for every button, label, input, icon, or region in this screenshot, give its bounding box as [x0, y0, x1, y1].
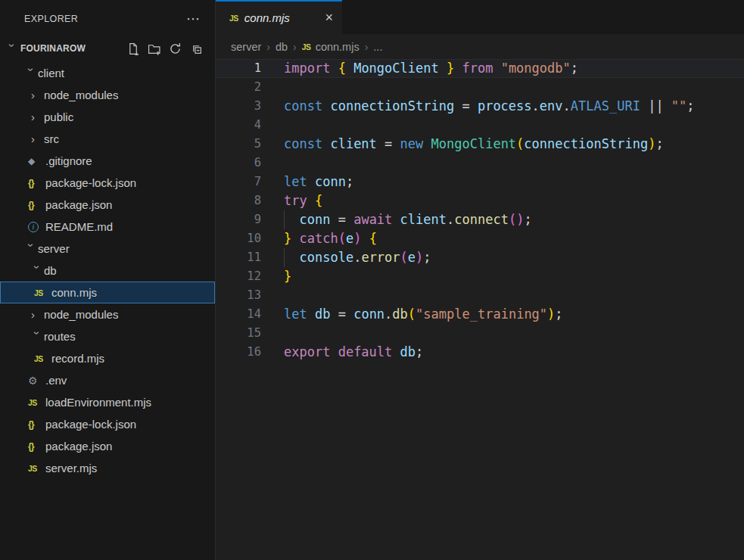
code-line-1[interactable]: 1import { MongoClient } from "mongodb";: [216, 59, 744, 78]
breadcrumb-item-server[interactable]: server: [231, 41, 261, 53]
tree-item-package-json[interactable]: {}package.json: [0, 435, 215, 457]
code-line-15[interactable]: 15: [216, 324, 744, 343]
code-line-11[interactable]: 11 console.error(e);: [216, 248, 744, 267]
js-file-icon: JS: [28, 398, 37, 407]
line-number: 6: [216, 154, 261, 173]
chevron-right-icon: ›: [31, 309, 44, 320]
tree-item-db[interactable]: ›db: [0, 260, 215, 282]
workspace-name: FOURINAROW: [20, 43, 86, 54]
file-tree: ›client›node_modules›public›src◆.gitigno…: [0, 59, 215, 479]
editor-area: JS conn.mjs × server›db›JSconn.mjs›... 1…: [216, 0, 744, 560]
info-icon: i: [28, 222, 39, 232]
close-icon[interactable]: ×: [325, 10, 333, 26]
js-file-icon: JS: [34, 354, 43, 363]
line-number: 12: [216, 267, 261, 286]
line-number: 4: [216, 116, 261, 135]
tree-item-label: loadEnvironment.mjs: [45, 396, 151, 409]
tree-item-label: .env: [45, 374, 67, 387]
code-text: export default db;: [261, 343, 423, 362]
tree-item-public[interactable]: ›public: [0, 106, 215, 128]
json-file-icon: {}: [28, 178, 34, 188]
code-text: let db = conn.db("sample_training");: [261, 305, 563, 324]
code-line-7[interactable]: 7let conn;: [216, 173, 744, 191]
chevron-down-icon: ›: [26, 68, 37, 81]
js-file-icon: JS: [28, 464, 37, 473]
tree-item-node-modules[interactable]: ›node_modules: [0, 84, 215, 106]
code-editor[interactable]: 1import { MongoClient } from "mongodb";2…: [216, 59, 744, 560]
line-number: 11: [216, 248, 261, 267]
new-folder-icon[interactable]: [148, 42, 160, 55]
breadcrumb-label: conn.mjs: [316, 41, 360, 53]
workspace-section-header[interactable]: › FOURINAROW: [0, 38, 215, 59]
tree-item--env[interactable]: ⚙.env: [0, 369, 215, 391]
code-line-2[interactable]: 2: [216, 78, 744, 97]
breadcrumb-label: ...: [373, 41, 382, 53]
line-number: 13: [216, 286, 261, 305]
js-file-icon: JS: [229, 14, 238, 23]
json-file-icon: {}: [28, 200, 34, 210]
tree-item--gitignore[interactable]: ◆.gitignore: [0, 150, 215, 172]
chevron-down-icon: ›: [32, 331, 43, 344]
tree-item-node-modules[interactable]: ›node_modules: [0, 303, 215, 325]
code-line-6[interactable]: 6: [216, 154, 744, 173]
tree-item-src[interactable]: ›src: [0, 128, 215, 150]
tree-item-package-lock-json[interactable]: {}package-lock.json: [0, 413, 215, 435]
code-line-12[interactable]: 12}: [216, 267, 744, 286]
breadcrumb: server›db›JSconn.mjs›...: [216, 34, 744, 59]
chevron-down-icon: ›: [7, 43, 18, 56]
code-line-5[interactable]: 5const client = new MongoClient(connecti…: [216, 135, 744, 154]
tree-item-loadenvironment-mjs[interactable]: JSloadEnvironment.mjs: [0, 391, 215, 413]
code-text: }: [261, 267, 291, 286]
code-line-10[interactable]: 10} catch(e) {: [216, 229, 744, 248]
tree-item-package-lock-json[interactable]: {}package-lock.json: [0, 172, 215, 194]
indent-guide: [284, 248, 285, 267]
collapse-all-icon[interactable]: [190, 42, 203, 55]
refresh-icon[interactable]: [169, 42, 182, 55]
tree-item-server[interactable]: ›server: [0, 238, 215, 260]
indent-guide: [284, 210, 285, 229]
more-actions-icon[interactable]: ⋯: [186, 15, 200, 23]
js-file-icon: JS: [302, 42, 311, 51]
tree-item-conn-mjs[interactable]: JSconn.mjs: [0, 282, 215, 303]
tree-item-client[interactable]: ›client: [0, 62, 215, 84]
tree-item-label: .gitignore: [45, 154, 92, 167]
tree-item-label: conn.mjs: [51, 286, 97, 299]
code-line-9[interactable]: 9 conn = await client.connect();: [216, 210, 744, 229]
gear-icon: ⚙: [28, 375, 38, 387]
code-text: [261, 286, 284, 305]
new-file-icon[interactable]: [126, 42, 139, 55]
code-text: const client = new MongoClient(connectio…: [261, 135, 664, 154]
code-line-3[interactable]: 3const connectionString = process.env.AT…: [216, 97, 744, 116]
tree-item-server-mjs[interactable]: JSserver.mjs: [0, 457, 215, 479]
breadcrumb-item-db[interactable]: db: [275, 41, 288, 53]
code-text: [261, 116, 284, 135]
tree-item-label: server: [38, 242, 70, 255]
code-text: import { MongoClient } from "mongodb";: [261, 60, 578, 77]
tree-item-label: server.mjs: [45, 462, 97, 474]
breadcrumb-item-conn-mjs[interactable]: JSconn.mjs: [302, 41, 360, 53]
line-number: 9: [216, 210, 261, 229]
js-file-icon: JS: [34, 288, 43, 297]
vscode-window: EXPLORER ⋯ › FOURINAROW: [0, 0, 744, 560]
code-line-16[interactable]: 16export default db;: [216, 343, 744, 362]
json-file-icon: {}: [28, 419, 34, 430]
line-number: 3: [216, 97, 261, 116]
tree-item-readme-md[interactable]: iREADME.md: [0, 216, 215, 238]
explorer-sidebar: EXPLORER ⋯ › FOURINAROW: [0, 0, 216, 560]
tree-item-label: routes: [44, 330, 76, 343]
code-line-14[interactable]: 14let db = conn.db("sample_training");: [216, 305, 744, 324]
line-number: 8: [216, 191, 261, 210]
code-line-4[interactable]: 4: [216, 116, 744, 135]
chevron-right-icon: ›: [31, 89, 44, 101]
tree-item-record-mjs[interactable]: JSrecord.mjs: [0, 347, 215, 369]
code-line-13[interactable]: 13: [216, 286, 744, 305]
code-text: try {: [261, 191, 322, 210]
code-line-8[interactable]: 8try {: [216, 191, 744, 210]
chevron-right-icon: ›: [31, 111, 44, 123]
tree-item-package-json[interactable]: {}package.json: [0, 194, 215, 216]
line-number: 2: [216, 78, 261, 97]
tree-item-label: record.mjs: [51, 352, 104, 365]
tree-item-routes[interactable]: ›routes: [0, 325, 215, 347]
breadcrumb-item--[interactable]: ...: [373, 41, 382, 53]
tab-conn-mjs[interactable]: JS conn.mjs ×: [216, 0, 342, 34]
